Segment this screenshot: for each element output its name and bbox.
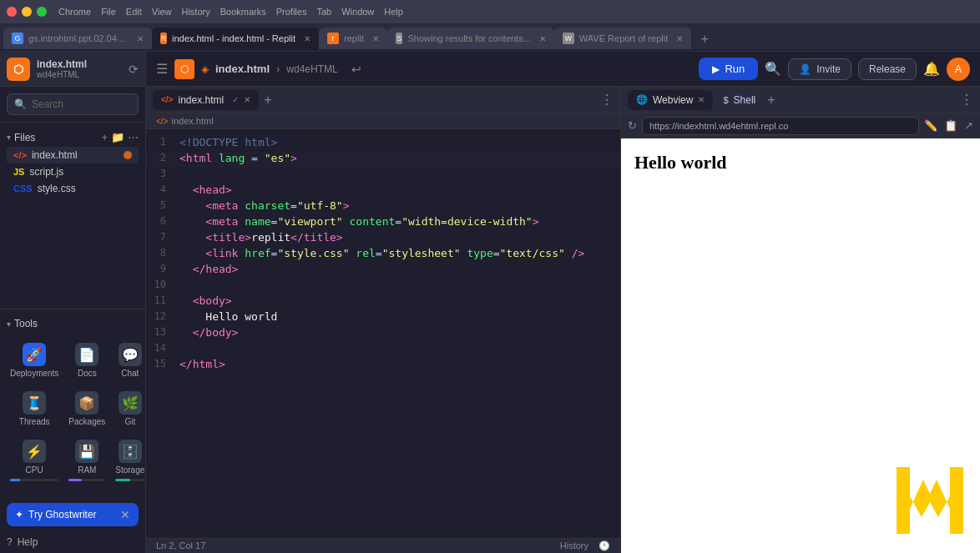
- browser-tabs: G gs.introhtml.ppt.02.04b - Goo... ✕ R i…: [0, 23, 980, 50]
- open-external-icon[interactable]: ↗: [964, 119, 973, 132]
- cpu-icon: ⚡: [23, 440, 46, 463]
- menu-edit[interactable]: Edit: [126, 7, 142, 17]
- invite-button[interactable]: 👤 Invite: [788, 58, 851, 80]
- menu-profiles[interactable]: Profiles: [276, 7, 307, 17]
- browser-tab-4[interactable]: S Showing results for contents... ✕: [387, 28, 554, 49]
- run-button[interactable]: ▶ Run: [699, 58, 758, 80]
- breadcrumb-icon: </>: [156, 117, 168, 126]
- browser-tab-3[interactable]: r replit ✕: [319, 28, 387, 49]
- menu-history[interactable]: History: [181, 7, 210, 17]
- browser-tab-5[interactable]: W WAVE Report of replit ✕: [554, 28, 691, 49]
- tab2-close[interactable]: ✕: [304, 34, 311, 43]
- webview-address-bar[interactable]: https://indexhtml.wd4ehtml.repl.co: [642, 117, 919, 135]
- file-item-js[interactable]: JS script.js: [7, 163, 139, 180]
- code-line-10: 10: [146, 279, 620, 294]
- code-line-6: 6 <meta name="viewport" content="width=d…: [146, 215, 620, 231]
- maximize-window-button[interactable]: [37, 7, 47, 17]
- tool-ram[interactable]: 💾 RAM: [65, 435, 109, 488]
- topbar-subname: wd4eHTML: [286, 63, 337, 75]
- ghostwriter-icon: ✦: [15, 509, 23, 520]
- new-tab-button[interactable]: +: [695, 29, 715, 49]
- webview-url-text: https://indexhtml.wd4ehtml.repl.co: [649, 121, 788, 131]
- code-editor[interactable]: 1 <!DOCTYPE html> 2 <html lang = "es"> 3…: [146, 129, 620, 538]
- editor-add-tab-button[interactable]: +: [264, 93, 271, 108]
- files-more-icon[interactable]: ⋯: [128, 131, 139, 143]
- menu-help[interactable]: Help: [384, 7, 403, 17]
- editor-more-button[interactable]: ⋮: [600, 92, 614, 108]
- refresh-webview-icon[interactable]: ↻: [628, 119, 637, 132]
- tool-chat[interactable]: 💬 Chat: [112, 338, 148, 383]
- tab-webview[interactable]: 🌐 Webview ✕: [628, 90, 713, 110]
- ghostwriter-button[interactable]: ✦ Try Ghostwriter ✕: [7, 503, 139, 526]
- tool-git[interactable]: 🌿 Git: [112, 386, 148, 431]
- files-label: Files: [14, 132, 35, 143]
- invite-label: Invite: [816, 63, 841, 75]
- code-line-15: 15 </html>: [146, 358, 620, 374]
- release-button[interactable]: Release: [858, 58, 917, 80]
- search-topbar-icon[interactable]: 🔍: [765, 61, 781, 77]
- sidebar-more-icon[interactable]: ⟳: [129, 63, 139, 76]
- tools-chevron-icon: ▾: [7, 319, 11, 329]
- browser-tab-1[interactable]: G gs.introhtml.ppt.02.04b - Goo... ✕: [3, 28, 152, 49]
- notification-icon[interactable]: 🔔: [923, 61, 940, 77]
- menu-tab[interactable]: Tab: [316, 7, 331, 17]
- topbar-file-indicator: ◈: [201, 63, 209, 75]
- right-panel-more[interactable]: ⋮: [960, 92, 973, 108]
- new-file-icon[interactable]: +: [101, 131, 108, 143]
- help-button[interactable]: ? Help: [0, 531, 145, 553]
- new-folder-icon[interactable]: 📁: [111, 131, 124, 143]
- user-avatar[interactable]: A: [947, 58, 970, 81]
- tool-docs[interactable]: 📄 Docs: [65, 338, 109, 383]
- webview-tab-close[interactable]: ✕: [698, 95, 705, 104]
- repl-subname: wd4eHTML: [37, 70, 87, 79]
- tab1-close[interactable]: ✕: [137, 34, 144, 43]
- file-name-css: style.css: [38, 183, 76, 194]
- app-topbar: ☰ ⬡ ◈ index.html › wd4eHTML ↩ ▶ Run 🔍 👤 …: [146, 52, 980, 87]
- hamburger-icon[interactable]: ☰: [156, 61, 168, 77]
- play-icon: ▶: [712, 63, 720, 75]
- browser-tab-2[interactable]: R index.html - index.html - Replit ✕: [152, 28, 319, 49]
- close-window-button[interactable]: [7, 7, 17, 17]
- tool-deployments[interactable]: 🚀 Deployments: [7, 338, 62, 383]
- ram-icon: 💾: [75, 440, 99, 463]
- tab5-close[interactable]: ✕: [676, 34, 683, 43]
- ghostwriter-close-icon[interactable]: ✕: [120, 508, 130, 521]
- files-section-header[interactable]: ▾ Files + 📁 ⋯: [7, 128, 139, 147]
- menu-chrome[interactable]: Chrome: [58, 7, 91, 17]
- tool-storage[interactable]: 🗄️ Storage: [112, 435, 148, 488]
- undo-icon[interactable]: ↩: [351, 63, 361, 76]
- menu-file[interactable]: File: [101, 7, 116, 17]
- tool-threads[interactable]: 🧵 Threads: [7, 386, 62, 431]
- code-line-3: 3: [146, 168, 620, 183]
- search-input[interactable]: 🔍 Search: [7, 93, 139, 115]
- browser-chrome: Chrome File Edit View History Bookmarks …: [0, 0, 980, 52]
- tool-deployments-label: Deployments: [10, 369, 58, 378]
- browser-titlebar: Chrome File Edit View History Bookmarks …: [0, 0, 980, 23]
- file-item-css[interactable]: CSS style.css: [7, 180, 139, 197]
- tool-cpu[interactable]: ⚡ CPU: [7, 435, 62, 488]
- editor-tab-html[interactable]: </> index.html ✓ ✕: [153, 90, 259, 110]
- tab-shell[interactable]: $ Shell: [715, 90, 764, 110]
- right-panel-add-tab[interactable]: +: [767, 93, 775, 108]
- editor-tab-close[interactable]: ✕: [244, 95, 250, 104]
- css-file-icon: CSS: [13, 183, 33, 194]
- menu-bookmarks[interactable]: Bookmarks: [220, 7, 266, 17]
- storage-icon: 🗄️: [119, 440, 142, 463]
- help-circle-icon: ?: [7, 536, 13, 548]
- tool-packages[interactable]: 📦 Packages: [65, 386, 109, 431]
- file-item-html[interactable]: </> index.html: [7, 147, 139, 163]
- topbar-chevron-icon: ›: [276, 63, 280, 75]
- menu-view[interactable]: View: [152, 7, 172, 17]
- tab4-close[interactable]: ✕: [539, 34, 546, 43]
- minimize-window-button[interactable]: [22, 7, 32, 17]
- tab5-favicon: W: [563, 33, 574, 44]
- menu-window[interactable]: Window: [341, 7, 374, 17]
- copy-url-icon[interactable]: 📋: [944, 119, 957, 132]
- shell-tab-label: Shell: [734, 94, 756, 106]
- tools-section-header[interactable]: ▾ Tools: [7, 314, 139, 333]
- edit-url-icon[interactable]: ✏️: [924, 119, 937, 132]
- tab3-close[interactable]: ✕: [372, 34, 379, 43]
- history-button[interactable]: History: [560, 540, 589, 551]
- webview-url-bar: ↻ https://indexhtml.wd4ehtml.repl.co ✏️ …: [621, 113, 980, 138]
- tab2-label: index.html - index.html - Replit: [172, 33, 296, 43]
